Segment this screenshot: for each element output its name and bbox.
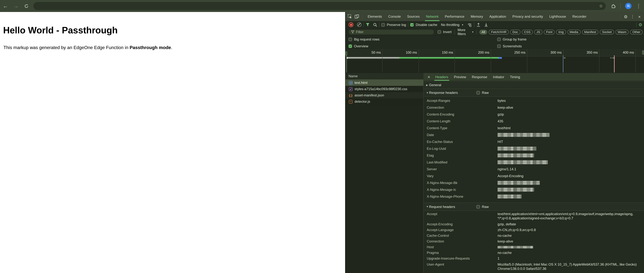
request-row-test-html[interactable]: test.html: [346, 80, 423, 86]
request-row-asset-manifest-json[interactable]: {;}asset-manifest.json: [346, 92, 423, 98]
filter-funnel-icon[interactable]: [366, 23, 370, 26]
name-column-header[interactable]: Name: [348, 74, 358, 78]
big-request-rows-checkbox[interactable]: [348, 38, 352, 41]
header-row-accept-encoding[interactable]: Accept-Encodinggzip, deflate: [424, 221, 644, 227]
header-row-vary[interactable]: VaryAccept-Encoding: [424, 173, 644, 179]
settings-gear-icon[interactable]: ⚙: [622, 13, 629, 20]
tab-privacy-and-security[interactable]: Privacy and security: [509, 12, 546, 21]
tab-performance[interactable]: Performance: [442, 12, 468, 21]
details-tab-headers[interactable]: Headers: [432, 73, 451, 81]
stop-recording-icon[interactable]: [348, 22, 354, 27]
request-row-styles-a715a14bc093c98f0230-css[interactable]: styles-a715a14bc093c98f0230.css: [346, 86, 423, 92]
import-har-icon[interactable]: [476, 22, 480, 27]
redacted-value: [498, 147, 536, 151]
header-row-content-encoding[interactable]: Content-Encodinggzip: [424, 111, 644, 118]
overview-right-handle[interactable]: [642, 50, 644, 54]
header-row-upgrade-insecure-requests[interactable]: Upgrade-Insecure-Requests1: [424, 256, 644, 261]
header-row-pragma[interactable]: Pragmano-cache: [424, 250, 644, 256]
network-settings-gear-icon[interactable]: ⚙: [638, 22, 642, 27]
network-overview-timeline[interactable]: 50 ms100 ms150 ms200 ms250 ms300 ms350 m…: [346, 49, 644, 73]
chip-font[interactable]: Font: [544, 29, 555, 34]
request-table-header[interactable]: Name: [346, 73, 423, 80]
chip-socket[interactable]: Socket: [600, 29, 614, 34]
bold-passthrough-mode: Passthrough mode: [130, 45, 171, 50]
details-tab-preview[interactable]: Preview: [451, 73, 469, 81]
request-raw-checkbox[interactable]: [476, 205, 480, 208]
tab-memory[interactable]: Memory: [468, 12, 486, 21]
throttling-select[interactable]: No throttling: [441, 23, 460, 27]
close-devtools-icon[interactable]: ×: [636, 13, 643, 20]
request-headers-section-header[interactable]: ▼ Request headers Raw: [424, 203, 644, 211]
header-row-connection[interactable]: Connectionkeep-alive: [424, 239, 644, 244]
disable-cache-checkbox[interactable]: [410, 23, 414, 26]
devtools-menu-kebab-icon[interactable]: ⋮: [629, 13, 636, 20]
header-row-cache-control[interactable]: Cache-Controlno-cache: [424, 233, 644, 239]
browser-menu-kebab-icon[interactable]: ⋮: [635, 0, 642, 12]
chip-other[interactable]: Other: [630, 29, 642, 34]
header-row-content-type[interactable]: Content-Typetext/html: [424, 125, 644, 132]
extensions-puzzle-icon[interactable]: [610, 0, 617, 12]
chip-media[interactable]: Media: [567, 29, 580, 34]
response-raw-checkbox[interactable]: [476, 91, 480, 94]
forward-icon[interactable]: →: [12, 0, 20, 12]
chip-css[interactable]: CSS: [522, 29, 533, 34]
details-tab-response[interactable]: Response: [469, 73, 490, 81]
chip-img[interactable]: Img: [556, 29, 566, 34]
bookmark-star-icon[interactable]: ☆: [599, 3, 603, 8]
header-row-x-nginx-mesage-bk[interactable]: X-Nginx-Mesage-Bk: [424, 179, 644, 186]
device-toolbar-icon[interactable]: [354, 13, 360, 20]
tab-lighthouse[interactable]: Lighthouse: [546, 12, 569, 21]
clear-network-log-icon[interactable]: [357, 22, 362, 27]
back-icon[interactable]: ←: [2, 0, 9, 12]
network-conditions-icon[interactable]: [468, 23, 472, 27]
response-headers-section-header[interactable]: ▼ Response headers Raw: [424, 89, 644, 97]
more-filters-button[interactable]: More filters: [458, 28, 470, 36]
overview-left-handle[interactable]: [346, 51, 347, 55]
chip-doc[interactable]: Doc: [510, 29, 520, 34]
url-bar[interactable]: ☆: [34, 2, 606, 10]
filter-input[interactable]: Filter: [348, 29, 434, 34]
header-row-content-length[interactable]: Content-Length435: [424, 118, 644, 125]
general-section-header[interactable]: ▶ General: [424, 81, 644, 89]
chip-all[interactable]: All: [479, 29, 487, 34]
header-row-accept-language[interactable]: Accept-Languagezh-CN,zh;q=0.9,en;q=0.8: [424, 227, 644, 233]
export-har-icon[interactable]: [484, 22, 488, 27]
close-details-icon[interactable]: ×: [428, 74, 430, 79]
overview-checkbox[interactable]: [348, 44, 352, 48]
tab-console[interactable]: Console: [385, 12, 404, 21]
request-row-detector-js[interactable]: ‹›detector.js: [346, 98, 423, 105]
header-row-server[interactable]: Servernginx/1.14.1: [424, 166, 644, 173]
group-by-frame-checkbox[interactable]: [497, 38, 501, 41]
header-row-user-agent[interactable]: User-AgentMozilla/5.0 (Macintosh; Intel …: [424, 261, 644, 273]
header-row-connection[interactable]: Connectionkeep-alive: [424, 104, 644, 111]
header-row-etag[interactable]: Etag: [424, 152, 644, 159]
chip-fetch-xhr[interactable]: Fetch/XHR: [489, 29, 509, 34]
invert-checkbox[interactable]: [438, 30, 441, 34]
reload-icon[interactable]: [22, 0, 30, 12]
profile-avatar[interactable]: 我: [625, 3, 632, 9]
header-row-date[interactable]: Date: [424, 132, 644, 138]
tab-network[interactable]: Network: [423, 12, 442, 21]
screenshots-checkbox[interactable]: [497, 44, 501, 48]
search-icon[interactable]: [373, 23, 377, 27]
details-tab-initiator[interactable]: Initiator: [490, 73, 507, 81]
details-tab-timing[interactable]: Timing: [507, 73, 523, 81]
preserve-log-checkbox[interactable]: [382, 23, 385, 26]
header-row-host[interactable]: Host: [424, 244, 644, 250]
header-row-accept-ranges[interactable]: Accept-Rangesbytes: [424, 97, 644, 104]
header-row-eo-log-uuid[interactable]: Eo-Log-Uuid: [424, 145, 644, 152]
header-row-x-nginx-mesage-phone[interactable]: X-Nginx-Mesage-Phone: [424, 193, 644, 200]
header-row-last-modified[interactable]: Last-Modified: [424, 159, 644, 166]
chip-wasm[interactable]: Wasm: [615, 29, 629, 34]
chip-js[interactable]: JS: [534, 29, 542, 34]
header-row-accept[interactable]: Accepttext/html,application/xhtml+xml,ap…: [424, 211, 644, 221]
tab-application[interactable]: Application: [486, 12, 509, 21]
inspect-element-icon[interactable]: [346, 13, 354, 20]
tab-elements[interactable]: Elements: [364, 12, 385, 21]
chip-manifest[interactable]: Manifest: [582, 29, 598, 34]
tab-sources[interactable]: Sources: [404, 12, 423, 21]
header-row-x-nginx-mesage-ic[interactable]: X-Nginx-Mesage-Ic: [424, 186, 644, 193]
header-row-eo-cache-status[interactable]: Eo-Cache-StatusHIT: [424, 138, 644, 145]
separator: [474, 22, 474, 27]
tab-recorder[interactable]: Recorder: [569, 12, 590, 21]
